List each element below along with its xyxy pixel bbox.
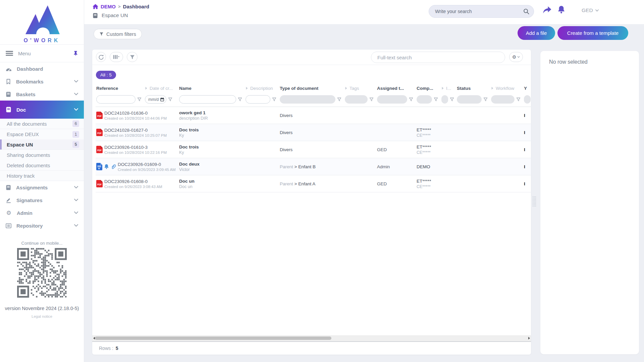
cell-name: Doc troisKy (178, 141, 245, 158)
bell-icon[interactable] (557, 5, 565, 14)
filter-cell-i (441, 92, 456, 107)
sidebar-subitem-all-the-documents[interactable]: All the documents6 (0, 119, 84, 129)
column-header-description[interactable]: Description (245, 84, 279, 92)
funnel-icon[interactable] (409, 97, 413, 102)
brand-logo[interactable]: O'WORK (0, 0, 84, 44)
panel-splitter[interactable] (531, 50, 538, 355)
column-header-date-of-cr[interactable]: Date of cr... (144, 84, 178, 92)
profile-menu[interactable]: GED (582, 7, 599, 13)
legal-notice-link[interactable]: Legal notice (0, 314, 84, 318)
filter-input-description[interactable] (249, 97, 267, 102)
filter-disabled-type-of-document (280, 95, 335, 104)
funnel-icon[interactable] (168, 97, 172, 102)
group-caret-icon[interactable] (246, 86, 248, 90)
column-header-name[interactable]: Name (178, 84, 245, 92)
cell-workflow (490, 175, 523, 192)
filter-button[interactable] (127, 52, 138, 62)
filter-input-reference[interactable] (100, 97, 132, 102)
table-settings-button[interactable]: ⚙ (509, 52, 523, 62)
sidebar-item-dashboard[interactable]: Dashboard (0, 62, 84, 75)
funnel-icon[interactable] (516, 97, 521, 102)
table-row[interactable]: PDFDOC241028-01636-0Created on 10/28/202… (96, 107, 531, 124)
sidebar-subitem-espace-un[interactable]: Espace UN5 (0, 139, 84, 150)
funnel-icon[interactable] (434, 97, 438, 102)
funnel-icon[interactable] (337, 97, 341, 102)
column-header-tags[interactable]: Tags (344, 84, 376, 92)
table-row[interactable]: PDFDOC241028-01627-0Created on 10/28/202… (96, 124, 531, 141)
cell-comp: ET*****CE***** (416, 175, 441, 192)
horizontal-scrollbar[interactable] (92, 336, 531, 342)
sidebar-subitem-espace-deux[interactable]: Espace DEUX1 (0, 129, 84, 139)
group-caret-icon[interactable] (441, 86, 444, 90)
table-row[interactable]: PDFDOC230926-01610-3Created on 10/28/202… (96, 141, 531, 158)
sidebar-subitem-sharing-documents[interactable]: Sharing documents (0, 150, 84, 160)
cell-date-of-cr (144, 141, 178, 158)
breadcrumb-root[interactable]: DEMO (101, 4, 116, 9)
column-header-assigned-t[interactable]: Assigned t... (376, 84, 416, 92)
funnel-icon[interactable] (137, 97, 142, 102)
column-header-workflow[interactable]: Workflow (490, 84, 523, 92)
scroll-right-arrow[interactable] (528, 337, 530, 340)
sidebar-item-admin[interactable]: ⚙ Admin (0, 206, 84, 219)
drag-handle-icon[interactable] (533, 196, 536, 208)
hamburger-icon[interactable] (6, 51, 13, 56)
svg-text:PDF: PDF (97, 149, 102, 152)
table-row[interactable]: PDFDOC230926-01608-0Created on 9/26/2023… (96, 175, 531, 192)
sidebar-subitem-deleted-documents[interactable]: Deleted documents (0, 160, 84, 171)
group-caret-icon[interactable] (145, 86, 148, 90)
column-header-reference[interactable]: Reference (96, 84, 144, 92)
scrollbar-thumb[interactable] (95, 337, 331, 340)
document-name-sub: Ky (179, 133, 245, 138)
column-header-status[interactable]: Status (456, 84, 490, 92)
refresh-button[interactable] (96, 52, 106, 62)
svg-text:PDF: PDF (97, 115, 102, 117)
global-search-input[interactable] (434, 8, 523, 14)
table-row[interactable]: wDOC230926-01609-0Created on 9/26/2023 3… (96, 158, 531, 175)
cell-date-of-cr (144, 107, 178, 124)
column-header-y[interactable]: Y (523, 84, 531, 92)
filter-input-name[interactable] (182, 97, 233, 102)
sidebar-item-repository[interactable]: Repository (0, 219, 84, 232)
funnel-icon[interactable] (238, 97, 242, 102)
cell-date-of-cr (144, 158, 178, 175)
search-icon[interactable] (523, 8, 530, 15)
group-caret-icon[interactable] (345, 86, 347, 90)
filter-date-date-of-cr[interactable]: mm/d (145, 95, 166, 104)
custom-filters-button[interactable]: Custom filters (94, 29, 142, 39)
funnel-icon[interactable] (483, 97, 488, 102)
fulltext-search-input[interactable] (377, 54, 499, 61)
funnel-icon[interactable] (369, 97, 374, 102)
sidebar-subitem-history-track[interactable]: History track (0, 171, 84, 181)
calendar-icon[interactable] (160, 97, 164, 102)
pin-icon[interactable] (73, 51, 78, 56)
funnel-icon[interactable] (272, 97, 276, 102)
funnel-icon[interactable] (450, 97, 454, 102)
share-icon[interactable] (543, 6, 552, 14)
menu-toggle-row[interactable]: Menu (0, 44, 84, 62)
chevron-down-icon (74, 80, 78, 83)
table-footer: Rows : 5 (92, 342, 531, 355)
column-header-type-of-document[interactable]: Type of document (279, 84, 344, 92)
sidebar-item-bookmarks[interactable]: Bookmarks (0, 75, 84, 88)
cell-name: Doc unDoc un (178, 175, 245, 192)
create-from-template-button[interactable]: Create from a template (557, 26, 628, 40)
column-header-comp[interactable]: Comp... (416, 84, 441, 92)
add-file-button[interactable]: Add a file (518, 26, 555, 40)
cell-i (441, 141, 456, 158)
columns-button[interactable] (110, 52, 123, 62)
breadcrumb-current[interactable]: Dashboard (123, 4, 149, 9)
column-header-i[interactable]: I... (441, 84, 456, 92)
company: DEMO (417, 164, 441, 169)
sidebar-item-baskets[interactable]: Baskets (0, 88, 84, 101)
attachment-paperclip-icon (111, 164, 116, 170)
svg-text:PDF: PDF (97, 183, 102, 186)
sidebar-item-doc[interactable]: Doc (0, 101, 84, 119)
sidebar-item-assignments[interactable]: Assignments (0, 181, 84, 194)
sidebar-item-signatures[interactable]: Signatures (0, 194, 84, 206)
all-filter-tab[interactable]: All : 5 (96, 71, 116, 79)
mountain-logo-icon (22, 3, 62, 36)
group-caret-icon[interactable] (491, 86, 494, 90)
cell-type-of-document: Divers (279, 141, 344, 158)
home-icon[interactable] (93, 4, 98, 9)
sidebar-item-label: Admin (17, 210, 74, 216)
